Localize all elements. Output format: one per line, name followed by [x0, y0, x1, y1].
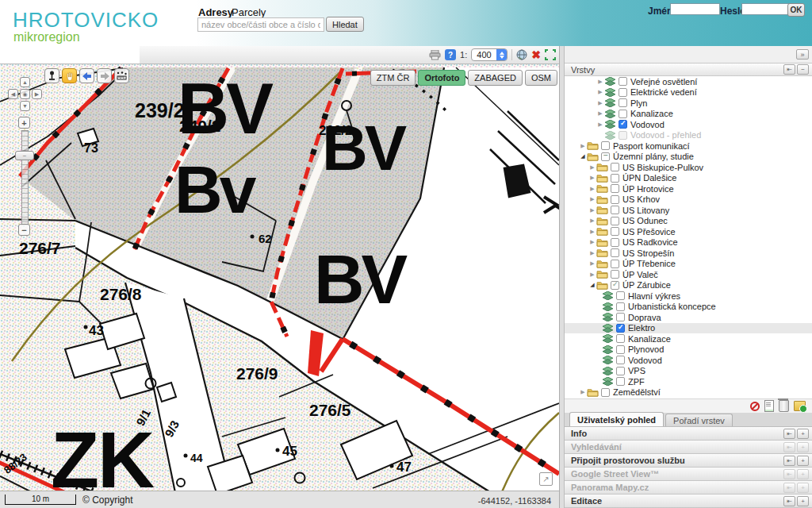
layer-label[interactable]: ÚPN Dalešice	[622, 173, 676, 183]
layer-row[interactable]: ▶ÚP Hrotovice	[565, 183, 812, 194]
expander-icon[interactable]: ▶	[588, 196, 596, 202]
layer-checkbox[interactable]	[616, 377, 625, 386]
layer-row[interactable]: ZPF	[565, 376, 812, 387]
document-icon[interactable]	[764, 400, 774, 412]
accordion-pripojit-sluzbu[interactable]: Připojit prostorovou službu⇤+	[565, 454, 812, 468]
search-input[interactable]	[197, 17, 324, 32]
layer-row[interactable]: Urbanistická koncepce	[565, 302, 812, 313]
layer-label[interactable]: ÚP Valeč	[622, 270, 658, 279]
expander-icon[interactable]: ▶	[588, 239, 596, 245]
layer-label[interactable]: Elektro	[628, 323, 655, 333]
pan-tool-button[interactable]	[62, 68, 77, 83]
basemap-ortofoto[interactable]: Ortofoto	[418, 70, 465, 86]
expander-icon[interactable]: ◢	[588, 282, 596, 288]
sidebar-collapse-button[interactable]: »	[796, 49, 809, 60]
help-icon[interactable]: ?	[445, 49, 456, 60]
layer-label[interactable]: Doprava	[628, 313, 661, 322]
panel-minimize-icon[interactable]: −	[797, 64, 809, 75]
layer-checkbox[interactable]	[611, 238, 619, 247]
layer-checkbox[interactable]	[611, 195, 619, 204]
layer-label[interactable]: US Přešovice	[622, 227, 676, 237]
password-field[interactable]	[741, 3, 791, 15]
layer-label[interactable]: Veřejné osvětlení	[630, 77, 697, 87]
no-entry-icon[interactable]	[750, 402, 760, 411]
accordion-info[interactable]: Info⇤+	[565, 427, 812, 441]
layer-row[interactable]: ▶Plyn	[565, 98, 812, 109]
layer-row[interactable]: ▶Kanalizace	[565, 109, 812, 120]
zoom-slider-handle[interactable]: −	[15, 151, 34, 160]
expander-icon[interactable]: ◢	[579, 153, 587, 160]
layer-label[interactable]: US Litovany	[622, 206, 669, 215]
layer-label[interactable]: Vodovod	[628, 356, 662, 365]
print-icon[interactable]	[429, 50, 441, 60]
expander-icon[interactable]: ▶	[596, 110, 604, 117]
map-viewport[interactable]: BV BV Bv BV ZK 239/2 240/2 73 222/2 62 2…	[0, 64, 559, 491]
layer-label[interactable]: Hlavní výkres	[628, 291, 680, 301]
layer-checkbox[interactable]	[616, 334, 625, 343]
expander-icon[interactable]: ▶	[588, 229, 596, 235]
pan-left-button[interactable]: ◀	[8, 89, 18, 99]
map-canvas[interactable]: BV BV Bv BV ZK 239/2 240/2 73 222/2 62 2…	[0, 64, 559, 491]
expander-icon[interactable]: ▶	[596, 79, 604, 85]
layer-label[interactable]: VPS	[628, 366, 645, 375]
panel-expand-icon[interactable]: +	[797, 429, 809, 439]
layer-label[interactable]: Kanalizace	[628, 334, 671, 344]
layer-row[interactable]: ▶US Litovany	[565, 205, 812, 216]
layer-row[interactable]: ▶US Krhov	[565, 194, 812, 206]
layer-row[interactable]: ◢ÚP Zárubice	[565, 280, 812, 291]
layer-row[interactable]: ▶US Radkovice	[565, 237, 812, 248]
scale-select[interactable]: 400	[471, 48, 508, 61]
layer-checkbox[interactable]	[601, 141, 610, 150]
layer-label[interactable]: ÚP Třebenice	[622, 259, 676, 268]
layer-checkbox[interactable]	[619, 77, 627, 86]
layer-label[interactable]: US Radkovice	[622, 237, 678, 247]
layer-row[interactable]: ◢Územní plány, studie	[565, 152, 812, 163]
layer-row[interactable]: ▶US Stropešín	[565, 248, 812, 259]
layer-label[interactable]: Zemědělství	[613, 387, 661, 397]
accordion-panorama[interactable]: Panorama Mapy.cz⇤+	[565, 481, 812, 495]
zoom-out-button[interactable]: −	[18, 224, 30, 236]
layer-row[interactable]: ▶US Odunec	[565, 216, 812, 227]
layer-row[interactable]: ▶Elektrické vedení	[565, 87, 812, 98]
expander-icon[interactable]: ▶	[579, 143, 587, 149]
layer-label[interactable]: ÚP Zárubice	[622, 280, 671, 290]
accordion-editace[interactable]: Editace⇤+	[565, 495, 812, 508]
layer-row[interactable]: ▶Veřejné osvětlení	[565, 76, 812, 87]
layers-panel-header[interactable]: Vrstvy ⇤ −	[565, 64, 812, 76]
layer-label[interactable]: Územní plány, studie	[613, 152, 694, 161]
expander-icon[interactable]: ▶	[588, 217, 596, 224]
layer-checkbox[interactable]	[611, 163, 619, 171]
panel-splitter[interactable]	[559, 46, 565, 508]
layer-row[interactable]: ▶ÚP Třebenice	[565, 259, 812, 270]
search-button[interactable]: Hledat	[326, 17, 364, 32]
expander-icon[interactable]: ▶	[588, 186, 596, 192]
layer-label[interactable]: ZPF	[628, 377, 645, 387]
layer-row[interactable]: Doprava	[565, 312, 812, 323]
pan-down-button[interactable]: ▼	[20, 101, 30, 111]
accordion-vyhledavani[interactable]: Vyhledávání⇤+	[565, 441, 812, 454]
layer-row[interactable]: ▶Pasport komunikací	[565, 140, 812, 152]
panel-dock-icon[interactable]: ⇤	[783, 496, 795, 506]
layer-label[interactable]: Urbanistická koncepce	[628, 302, 716, 311]
layer-checkbox[interactable]	[601, 152, 610, 161]
layer-row[interactable]: ▶US Přešovice	[565, 226, 812, 237]
layer-checkbox[interactable]	[611, 206, 619, 214]
pan-right-button[interactable]: ▶	[32, 89, 42, 99]
login-ok-button[interactable]: OK	[787, 3, 805, 17]
tab-parcely[interactable]: Parcely	[232, 6, 266, 18]
layer-label[interactable]: US Krhov	[622, 194, 660, 204]
layer-row[interactable]: ▶US Biskupice-Pulkov	[565, 162, 812, 173]
layer-checkbox[interactable]	[601, 388, 610, 397]
layer-label[interactable]: Vodovod	[630, 120, 665, 129]
layer-checkbox[interactable]	[611, 281, 619, 290]
globe-icon[interactable]	[516, 49, 527, 60]
expander-icon[interactable]: ▶	[588, 175, 596, 181]
expander-icon[interactable]: ▶	[596, 121, 604, 128]
layer-row-selected[interactable]: Elektro	[565, 323, 812, 334]
panel-expand-icon[interactable]: +	[797, 456, 809, 466]
layer-checkbox[interactable]	[619, 110, 627, 118]
map-resize-icon[interactable]: ↗	[539, 472, 553, 486]
panel-dock-icon[interactable]: ⇤	[783, 456, 795, 466]
panel-expand-icon[interactable]: +	[797, 496, 809, 506]
layer-label[interactable]: Kanalizace	[630, 109, 673, 118]
